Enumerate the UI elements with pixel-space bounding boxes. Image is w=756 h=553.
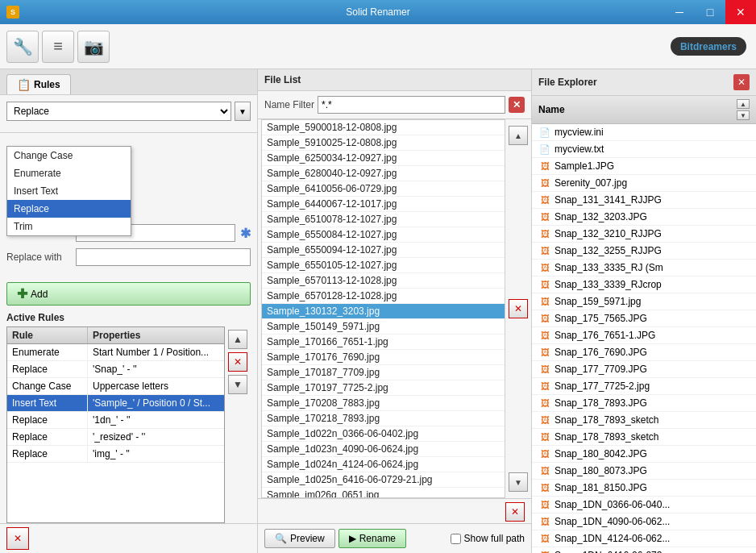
list-item[interactable]: Sample_6570128-12-1028.jpg xyxy=(262,289,505,304)
list-item[interactable]: Sample_1d024n_4124-06-0624.jpg xyxy=(262,457,505,472)
list-item[interactable]: 🖼 Snap_180_8042.JPG xyxy=(532,446,756,463)
props-cell: '_resized' - '' xyxy=(88,429,224,445)
list-item[interactable]: 🖼 Snap_178_7893_sketch xyxy=(532,429,756,446)
dropdown-item-enumerate[interactable]: Enumerate xyxy=(7,164,131,182)
minimize-button[interactable]: ─ xyxy=(664,0,695,24)
list-item[interactable]: 🖼 Snap_178_7893.JPG xyxy=(532,395,756,412)
list-item[interactable]: 🖼 Snap_181_8150.JPG xyxy=(532,480,756,497)
add-button[interactable]: ✚ Add xyxy=(6,282,251,306)
list-item[interactable]: 🖼 Snap_133_3335_RJ (Sm xyxy=(532,260,756,276)
list-item[interactable]: Sample_130132_3203.jpg xyxy=(262,304,505,319)
filter-clear-button[interactable]: ✕ xyxy=(509,97,525,113)
dropdown-item-replace[interactable]: Replace xyxy=(7,200,131,218)
rule-type-dropdown[interactable]: Replace xyxy=(6,102,231,121)
list-item[interactable]: 🖼 Snap_1DN_4090-06-062... xyxy=(532,514,756,530)
dropdown-item-change-case[interactable]: Change Case xyxy=(7,147,131,164)
list-item[interactable]: 🖼 Snap_177_7725-2.jpg xyxy=(532,378,756,395)
tab-rules[interactable]: 📋 Rules xyxy=(6,74,71,94)
list-item[interactable]: Sample_170208_7883.jpg xyxy=(262,396,505,411)
list-item[interactable]: 🖼 Snap_133_3339_RJcrop xyxy=(532,276,756,293)
maximize-button[interactable]: □ xyxy=(695,0,725,24)
list-item[interactable]: 🖼 Sample1.JPG xyxy=(532,158,756,175)
file-icon: 🖼 xyxy=(538,210,551,223)
move-up-button[interactable]: ▲ xyxy=(228,330,247,349)
tools-button[interactable]: 🔧 xyxy=(6,31,39,63)
list-item[interactable]: Sample_170187_7709.jpg xyxy=(262,365,505,380)
list-item[interactable]: Sample_150149_5971.jpg xyxy=(262,319,505,335)
rule-cell: Replace xyxy=(7,361,88,377)
list-item[interactable]: 🖼 Snap_132_3203.JPG xyxy=(532,209,756,226)
remove-file-button[interactable]: ✕ xyxy=(509,299,528,318)
list-item[interactable]: Sample_6410056-06-0729.jpg xyxy=(262,181,505,197)
dropdown-item-insert-text[interactable]: Insert Text xyxy=(7,182,131,200)
list-item[interactable]: Sample_6570113-12-1028.jpg xyxy=(262,273,505,289)
file-explorer-close-button[interactable]: ✕ xyxy=(733,74,750,90)
list-item[interactable]: Sample_im026g_0651.jpg xyxy=(262,488,505,498)
dropdown-item-trim[interactable]: Trim xyxy=(7,218,131,235)
list-item[interactable]: Sample_170176_7690.jpg xyxy=(262,350,505,365)
file-icon: 🖼 xyxy=(538,261,551,274)
delete-rule-button[interactable]: ✕ xyxy=(228,352,247,372)
brand-suffix: dreamers xyxy=(693,41,737,52)
replace-with-input[interactable] xyxy=(76,248,251,266)
rename-button[interactable]: ▶ Rename xyxy=(339,529,406,548)
explorer-scroll-down[interactable]: ▼ xyxy=(737,110,750,120)
list-item[interactable]: 🖼 Snap_176_7690.JPG xyxy=(532,344,756,361)
preview-button[interactable]: 🔍 Preview xyxy=(264,529,335,548)
file-icon: 🖼 xyxy=(538,430,551,443)
list-item[interactable]: Sample_1d025n_6416-06-0729-21.jpg xyxy=(262,472,505,488)
close-button[interactable]: ✕ xyxy=(725,0,756,24)
scroll-down-button[interactable]: ▼ xyxy=(509,472,528,492)
list-item[interactable]: 🖼 Snap_132_3210_RJJPG xyxy=(532,226,756,243)
list-item[interactable]: Sample_170166_7651-1.jpg xyxy=(262,335,505,350)
table-row[interactable]: Replace 'Snap_' - '' xyxy=(7,361,224,378)
move-down-button[interactable]: ▼ xyxy=(228,375,247,394)
list-item[interactable]: Sample_5900018-12-0808.jpg xyxy=(262,120,505,135)
table-row[interactable]: Change Case Uppercase letters xyxy=(7,378,224,395)
show-full-path-checkbox[interactable] xyxy=(451,534,461,544)
list-item[interactable]: 🖼 Snap_1DN_0366-06-040... xyxy=(532,497,756,514)
list-item[interactable]: Sample_6550084-12-1027.jpg xyxy=(262,227,505,243)
list-item[interactable]: 🖼 Snap_177_7709.JPG xyxy=(532,361,756,378)
list-item[interactable]: Sample_5910025-12-0808.jpg xyxy=(262,135,505,151)
list-item[interactable]: Sample_170197_7725-2.jpg xyxy=(262,380,505,396)
explorer-scroll-up[interactable]: ▲ xyxy=(737,99,750,109)
file-icon: 🖼 xyxy=(538,363,551,376)
list-item[interactable]: 📄 mycview.txt xyxy=(532,141,756,158)
list-item[interactable]: 🖼 Snap_178_7893_sketch xyxy=(532,412,756,429)
list-item[interactable]: 🖼 Snap_180_8073.JPG xyxy=(532,463,756,480)
file-icon: 🖼 xyxy=(538,549,551,553)
list-item[interactable]: 📄 mycview.ini xyxy=(532,124,756,141)
table-row[interactable]: Replace 'img_' - '' xyxy=(7,446,224,463)
list-item[interactable]: Sample_6440067-12-1017.jpg xyxy=(262,197,505,212)
list-item[interactable]: Sample_1d022n_0366-06-0402.jpg xyxy=(262,426,505,442)
list-item[interactable]: Sample_170218_7893.jpg xyxy=(262,411,505,426)
dropdown-arrow-button[interactable]: ▼ xyxy=(235,102,251,121)
table-row[interactable]: Replace '_resized' - '' xyxy=(7,429,224,446)
filter-input[interactable] xyxy=(318,96,505,114)
list-item[interactable]: Sample_6550105-12-1027.jpg xyxy=(262,258,505,273)
table-row[interactable]: Replace '1dn_' - '' xyxy=(7,412,224,429)
file-list: Sample_5900018-12-0808.jpg Sample_591002… xyxy=(261,119,505,498)
list-item[interactable]: Sample_6550094-12-1027.jpg xyxy=(262,243,505,258)
table-row[interactable]: Enumerate Start Number 1 / Position... xyxy=(7,344,224,361)
camera-button[interactable]: 📷 xyxy=(77,31,110,63)
list-item[interactable]: 🖼 Snap_159_5971.jpg xyxy=(532,293,756,310)
list-item[interactable]: Sample_6280040-12-0927.jpg xyxy=(262,166,505,181)
table-row[interactable]: Insert Text 'Sample_' / Position 0 / St.… xyxy=(7,395,224,412)
list-item[interactable]: Sample_6250034-12-0927.jpg xyxy=(262,151,505,166)
list-item[interactable]: 🖼 Snap_175_7565.JPG xyxy=(532,310,756,327)
list-item[interactable]: 🖼 Snap_1DN_4124-06-062... xyxy=(532,530,756,547)
list-item[interactable]: Sample_1d023n_4090-06-0624.jpg xyxy=(262,442,505,457)
list-item[interactable]: 🖼 Snap_132_3255_RJJPG xyxy=(532,243,756,260)
list-item[interactable]: Sample_6510078-12-1027.jpg xyxy=(262,212,505,227)
list-item[interactable]: 🖼 Serenity_007.jpg xyxy=(532,175,756,192)
list-item[interactable]: 🖼 Snap_176_7651-1.JPG xyxy=(532,327,756,344)
props-cell: 'Sample_' / Position 0 / St... xyxy=(88,395,224,411)
scroll-up-button[interactable]: ▲ xyxy=(509,126,528,145)
list-item[interactable]: 🖼 Snap_1DN_6416-06-072... xyxy=(532,547,756,553)
list-button[interactable]: ≡ xyxy=(42,31,74,63)
delete-file-button[interactable]: ✕ xyxy=(505,502,525,522)
delete-all-button[interactable]: ✕ xyxy=(6,527,29,550)
list-item[interactable]: 🖼 Snap_131_3141_RJJPG xyxy=(532,192,756,209)
